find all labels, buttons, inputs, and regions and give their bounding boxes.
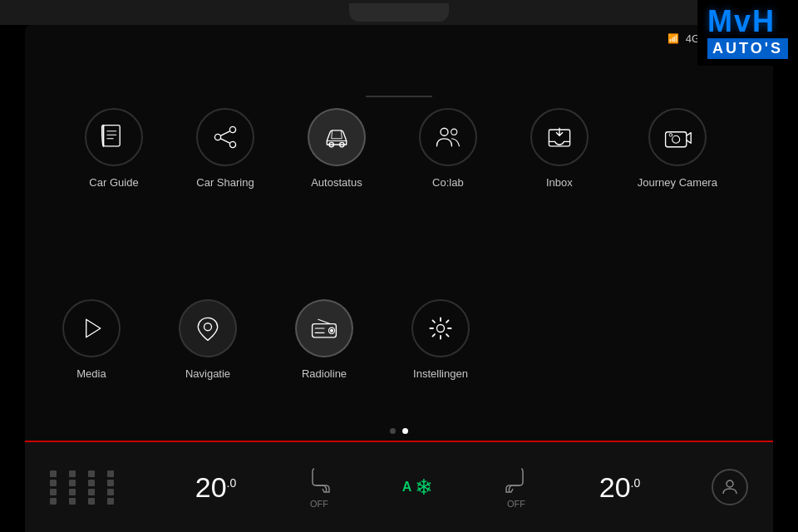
autostatus-label: Autostatus: [311, 176, 362, 189]
right-seat-label: OFF: [507, 499, 525, 509]
right-temp-value: 20: [599, 471, 631, 504]
app-grid-top: Car Guide Car Sharing: [25, 108, 773, 189]
settings-icon: [426, 313, 456, 343]
inbox-label: Inbox: [546, 176, 573, 189]
profile-icon: [720, 477, 740, 497]
share-icon: [210, 122, 240, 152]
journey-camera-label: Journey Camera: [638, 176, 717, 189]
instellingen-label: Instellingen: [413, 367, 468, 380]
fan-icon: ❄: [415, 475, 433, 500]
svg-marker-19: [86, 319, 101, 337]
svg-point-20: [204, 323, 212, 331]
signal-icon: 📶: [667, 33, 679, 44]
svg-point-18: [669, 134, 672, 137]
page-dots: [390, 428, 408, 434]
radioline-label: Radioline: [302, 367, 347, 380]
inbox-icon-bg: [530, 108, 589, 166]
svg-line-8: [221, 131, 230, 135]
app-inbox[interactable]: Inbox: [526, 108, 593, 189]
left-seat-section[interactable]: OFF: [308, 466, 331, 509]
car-icon: [322, 122, 352, 152]
app-media[interactable]: Media: [58, 299, 125, 380]
radio-icon: [309, 313, 339, 343]
left-temp-display: 20 .0: [195, 471, 237, 504]
media-icon-bg: [62, 299, 121, 357]
inbox-icon: [544, 122, 574, 152]
svg-point-14: [451, 129, 456, 135]
svg-point-17: [672, 135, 680, 143]
left-temp-section: 20 .0: [195, 471, 237, 504]
svg-point-13: [441, 128, 448, 135]
profile-button[interactable]: [712, 469, 748, 505]
colab-label: Co:lab: [432, 176, 464, 189]
svg-point-23: [331, 329, 333, 332]
left-seat-icon: [308, 466, 331, 495]
navigatie-icon-bg: [179, 299, 237, 357]
people-icon: [433, 122, 463, 152]
right-seat-icon: [505, 466, 528, 495]
camera-bar: [0, 0, 798, 25]
dot-1[interactable]: [390, 428, 396, 434]
car-sharing-label: Car Sharing: [196, 176, 254, 189]
app-car-guide[interactable]: Car Guide: [81, 108, 147, 189]
journey-camera-icon-bg: [648, 108, 707, 166]
book-icon: [99, 122, 129, 152]
svg-line-9: [221, 139, 230, 143]
app-autostatus[interactable]: Autostatus: [303, 108, 370, 189]
right-temp-unit: .0: [631, 476, 641, 490]
svg-rect-0: [103, 126, 120, 146]
right-seat-section[interactable]: OFF: [505, 466, 528, 509]
app-colab[interactable]: Co:lab: [415, 108, 481, 189]
app-navigatie[interactable]: Navigatie: [175, 299, 241, 380]
left-seat-label: OFF: [310, 499, 328, 509]
svg-point-27: [727, 480, 733, 487]
radioline-icon-bg: [295, 299, 353, 357]
autostatus-icon-bg: [308, 108, 366, 166]
play-icon: [76, 313, 106, 343]
bottom-climate-bar: 20 .0 OFF A ❄ OFF: [25, 441, 773, 532]
colab-icon-bg: [419, 108, 477, 166]
left-temp-value: 20: [195, 471, 227, 504]
dot-grid: [50, 470, 124, 505]
app-instellingen[interactable]: Instellingen: [407, 299, 474, 380]
navigatie-label: Navigatie: [185, 367, 230, 380]
app-journey-camera[interactable]: Journey Camera: [638, 108, 717, 189]
svg-point-7: [229, 141, 235, 147]
left-temp-unit: .0: [227, 476, 237, 490]
svg-rect-16: [665, 132, 686, 147]
mvh-text: MvH: [707, 7, 788, 37]
app-radioline[interactable]: Radioline: [291, 299, 357, 380]
dot-2[interactable]: [402, 428, 408, 434]
fan-label: A: [402, 480, 412, 495]
page-indicator-line: [366, 96, 432, 97]
media-label: Media: [76, 367, 106, 380]
app-grid-bottom: Media Navigatie: [25, 299, 773, 380]
right-temp-display: 20 .0: [599, 471, 641, 504]
svg-point-26: [437, 325, 445, 332]
app-car-sharing[interactable]: Car Sharing: [192, 108, 259, 189]
main-screen: 📶 4G ⚡ 14:53 Car Guide: [25, 25, 773, 532]
right-temp-section: 20 .0: [599, 471, 641, 504]
autos-text: AUTO'S: [712, 40, 783, 57]
svg-point-5: [229, 126, 235, 132]
svg-point-6: [214, 134, 220, 140]
fan-section[interactable]: A ❄: [402, 475, 434, 500]
car-guide-label: Car Guide: [89, 176, 138, 189]
autos-box: AUTO'S: [707, 38, 788, 59]
pin-icon: [193, 313, 223, 343]
car-guide-icon-bg: [85, 108, 143, 166]
mvh-logo: MvH AUTO'S: [697, 0, 798, 66]
camera-icon: [663, 122, 692, 152]
camera-bump: [349, 3, 449, 22]
car-sharing-icon-bg: [196, 108, 254, 166]
instellingen-icon-bg: [411, 299, 470, 357]
